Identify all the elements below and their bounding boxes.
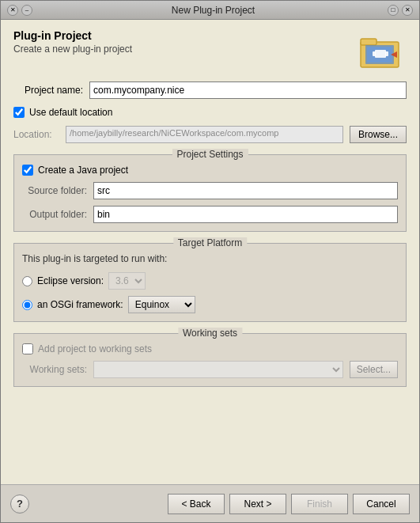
working-sets-select-button[interactable]: Select... bbox=[350, 361, 398, 378]
folder-plugin-icon bbox=[359, 32, 403, 70]
window-controls: ✕ – bbox=[7, 5, 32, 16]
maximize-button[interactable]: □ bbox=[388, 5, 399, 16]
header-section: Plug-in Project Create a new plug-in pro… bbox=[13, 29, 407, 74]
project-name-label: Project name: bbox=[13, 85, 83, 96]
add-to-working-sets-checkbox[interactable] bbox=[22, 343, 33, 354]
svg-rect-1 bbox=[361, 39, 376, 45]
back-button[interactable]: < Back bbox=[168, 494, 225, 514]
project-name-input[interactable] bbox=[89, 81, 407, 99]
osgi-framework-group: an OSGi framework: Equinox Felix Concier… bbox=[22, 296, 398, 313]
next-button[interactable]: Next > bbox=[229, 494, 286, 514]
use-default-location-label[interactable]: Use default location bbox=[29, 107, 112, 118]
source-folder-group: Source folder: bbox=[22, 182, 398, 199]
finish-button[interactable]: Finish bbox=[291, 494, 348, 514]
close-button[interactable]: ✕ bbox=[7, 5, 18, 16]
footer-bar: ? < Back Next > Finish Cancel bbox=[1, 484, 419, 522]
create-java-label[interactable]: Create a Java project bbox=[38, 165, 128, 176]
eclipse-version-select: 3.6 bbox=[108, 272, 146, 290]
svg-rect-5 bbox=[373, 51, 376, 56]
osgi-framework-radio[interactable] bbox=[22, 300, 32, 310]
svg-rect-4 bbox=[375, 50, 386, 58]
main-window: ✕ – New Plug-in Project □ ✕ Plug-in Proj… bbox=[0, 0, 420, 523]
eclipse-version-radio[interactable] bbox=[22, 276, 32, 286]
osgi-framework-select[interactable]: Equinox Felix Concierge bbox=[128, 296, 195, 313]
target-platform-desc: This plug-in is targeted to run with: bbox=[22, 253, 398, 264]
eclipse-version-group: Eclipse version: 3.6 bbox=[22, 272, 398, 290]
project-name-group: Project name: bbox=[13, 81, 407, 99]
source-folder-label: Source folder: bbox=[22, 185, 87, 196]
output-folder-label: Output folder: bbox=[22, 209, 87, 220]
browse-button[interactable]: Browse... bbox=[350, 126, 407, 143]
minimize-button[interactable]: – bbox=[21, 5, 32, 16]
working-sets-content: Add project to working sets Working sets… bbox=[22, 343, 398, 378]
location-label: Location: bbox=[13, 129, 59, 140]
source-folder-input[interactable] bbox=[93, 182, 398, 199]
use-default-location-checkbox[interactable] bbox=[13, 107, 25, 118]
help-button[interactable]: ? bbox=[10, 495, 29, 514]
osgi-framework-label[interactable]: an OSGi framework: bbox=[37, 299, 123, 310]
target-platform-panel: Target Platform This plug-in is targeted… bbox=[13, 243, 407, 322]
project-settings-content: Create a Java project Source folder: Out… bbox=[22, 165, 398, 223]
title-bar: ✕ – New Plug-in Project □ ✕ bbox=[1, 1, 419, 20]
close-button-right[interactable]: ✕ bbox=[402, 5, 413, 16]
location-group: Location: /home/jaybilly/research/NiCEWo… bbox=[13, 126, 407, 143]
header-text: Plug-in Project Create a new plug-in pro… bbox=[13, 29, 132, 55]
add-to-working-sets-label[interactable]: Add project to working sets bbox=[38, 343, 152, 354]
location-input: /home/jaybilly/research/NiCEWorkspace/co… bbox=[66, 126, 343, 143]
working-sets-input-group: Working sets: Select... bbox=[22, 361, 398, 378]
working-sets-label: Working sets: bbox=[22, 364, 87, 375]
page-subtitle: Create a new plug-in project bbox=[13, 44, 132, 55]
working-sets-panel: Working sets Add project to working sets… bbox=[13, 333, 407, 387]
output-folder-group: Output folder: bbox=[22, 206, 398, 223]
create-java-checkbox[interactable] bbox=[22, 165, 33, 176]
project-settings-title: Project Settings bbox=[172, 149, 248, 160]
target-platform-title: Target Platform bbox=[173, 237, 247, 248]
working-sets-select bbox=[93, 361, 343, 378]
header-icon bbox=[356, 29, 407, 74]
create-java-group: Create a Java project bbox=[22, 165, 398, 176]
add-to-working-sets-group: Add project to working sets bbox=[22, 343, 398, 354]
title-bar-right: □ ✕ bbox=[388, 5, 413, 16]
output-folder-input[interactable] bbox=[93, 206, 398, 223]
use-default-location-group: Use default location bbox=[13, 107, 407, 118]
project-settings-panel: Project Settings Create a Java project S… bbox=[13, 154, 407, 232]
cancel-button[interactable]: Cancel bbox=[353, 494, 410, 514]
target-platform-content: This plug-in is targeted to run with: Ec… bbox=[22, 253, 398, 313]
page-title: Plug-in Project bbox=[13, 29, 132, 42]
main-content: Plug-in Project Create a new plug-in pro… bbox=[1, 20, 419, 484]
working-sets-title: Working sets bbox=[178, 328, 242, 339]
eclipse-version-label[interactable]: Eclipse version: bbox=[37, 275, 104, 286]
svg-rect-6 bbox=[385, 51, 388, 56]
window-title: New Plug-in Project bbox=[39, 5, 388, 16]
